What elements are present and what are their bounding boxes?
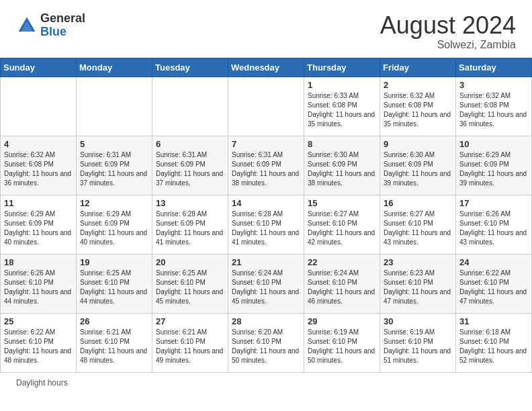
calendar-cell: 14Sunrise: 6:28 AM Sunset: 6:10 PM Dayli…: [228, 195, 304, 254]
day-info: Sunrise: 6:31 AM Sunset: 6:09 PM Dayligh…: [232, 150, 300, 188]
calendar-cell: 15Sunrise: 6:27 AM Sunset: 6:10 PM Dayli…: [304, 195, 380, 254]
day-of-week-header: Wednesday: [228, 58, 304, 77]
calendar-cell: 2Sunrise: 6:32 AM Sunset: 6:08 PM Daylig…: [380, 77, 456, 136]
day-number: 12: [80, 198, 148, 208]
daylight-hours-label: Daylight hours: [16, 378, 68, 387]
day-info: Sunrise: 6:29 AM Sunset: 6:09 PM Dayligh…: [4, 210, 73, 247]
day-number: 3: [459, 80, 528, 90]
calendar-cell: 1Sunrise: 6:33 AM Sunset: 6:08 PM Daylig…: [304, 77, 380, 136]
day-info: Sunrise: 6:21 AM Sunset: 6:10 PM Dayligh…: [80, 328, 148, 365]
day-number: 7: [232, 139, 300, 149]
calendar-header-row: SundayMondayTuesdayWednesdayThursdayFrid…: [1, 58, 532, 77]
logo-blue: Blue: [40, 26, 85, 39]
day-number: 28: [232, 316, 300, 326]
day-info: Sunrise: 6:20 AM Sunset: 6:10 PM Dayligh…: [232, 328, 300, 365]
day-info: Sunrise: 6:24 AM Sunset: 6:10 PM Dayligh…: [232, 269, 300, 306]
calendar-cell: 7Sunrise: 6:31 AM Sunset: 6:09 PM Daylig…: [228, 136, 304, 195]
calendar-cell: 16Sunrise: 6:27 AM Sunset: 6:10 PM Dayli…: [380, 195, 456, 254]
footer: Daylight hours: [0, 373, 532, 392]
calendar-cell: 10Sunrise: 6:29 AM Sunset: 6:09 PM Dayli…: [456, 136, 532, 195]
day-number: 16: [384, 198, 452, 208]
calendar-week-row: 18Sunrise: 6:26 AM Sunset: 6:10 PM Dayli…: [1, 254, 532, 313]
day-of-week-header: Tuesday: [152, 58, 228, 77]
day-info: Sunrise: 6:21 AM Sunset: 6:10 PM Dayligh…: [156, 328, 224, 365]
calendar-cell: 24Sunrise: 6:22 AM Sunset: 6:10 PM Dayli…: [456, 254, 532, 313]
day-info: Sunrise: 6:26 AM Sunset: 6:10 PM Dayligh…: [4, 269, 73, 306]
day-info: Sunrise: 6:33 AM Sunset: 6:08 PM Dayligh…: [308, 91, 376, 129]
day-number: 11: [4, 198, 73, 208]
day-info: Sunrise: 6:19 AM Sunset: 6:10 PM Dayligh…: [384, 328, 452, 365]
day-info: Sunrise: 6:22 AM Sunset: 6:10 PM Dayligh…: [4, 328, 73, 365]
calendar-cell: 17Sunrise: 6:26 AM Sunset: 6:10 PM Dayli…: [456, 195, 532, 254]
day-info: Sunrise: 6:32 AM Sunset: 6:08 PM Dayligh…: [4, 150, 73, 188]
day-number: 6: [156, 139, 224, 149]
day-number: 10: [459, 139, 528, 149]
calendar-cell: 22Sunrise: 6:24 AM Sunset: 6:10 PM Dayli…: [304, 254, 380, 313]
calendar-cell: [228, 77, 304, 136]
calendar-cell: 6Sunrise: 6:31 AM Sunset: 6:09 PM Daylig…: [152, 136, 228, 195]
logo: General Blue: [16, 12, 85, 39]
calendar-cell: 19Sunrise: 6:25 AM Sunset: 6:10 PM Dayli…: [77, 254, 152, 313]
day-of-week-header: Sunday: [1, 58, 77, 77]
day-number: 1: [308, 80, 376, 90]
calendar-cell: 11Sunrise: 6:29 AM Sunset: 6:09 PM Dayli…: [1, 195, 77, 254]
calendar-cell: 8Sunrise: 6:30 AM Sunset: 6:09 PM Daylig…: [304, 136, 380, 195]
day-number: 8: [308, 139, 376, 149]
day-info: Sunrise: 6:32 AM Sunset: 6:08 PM Dayligh…: [384, 91, 452, 129]
day-number: 27: [156, 316, 224, 326]
day-info: Sunrise: 6:24 AM Sunset: 6:10 PM Dayligh…: [308, 269, 376, 306]
day-info: Sunrise: 6:27 AM Sunset: 6:10 PM Dayligh…: [308, 210, 376, 247]
calendar-cell: 18Sunrise: 6:26 AM Sunset: 6:10 PM Dayli…: [1, 254, 77, 313]
calendar-cell: 30Sunrise: 6:19 AM Sunset: 6:10 PM Dayli…: [380, 313, 456, 372]
calendar-cell: [1, 77, 77, 136]
day-info: Sunrise: 6:23 AM Sunset: 6:10 PM Dayligh…: [384, 269, 452, 306]
day-info: Sunrise: 6:28 AM Sunset: 6:09 PM Dayligh…: [156, 210, 224, 247]
calendar-cell: 3Sunrise: 6:32 AM Sunset: 6:08 PM Daylig…: [456, 77, 532, 136]
day-number: 18: [4, 257, 73, 267]
day-info: Sunrise: 6:18 AM Sunset: 6:10 PM Dayligh…: [459, 328, 528, 365]
day-number: 17: [459, 198, 528, 208]
day-number: 26: [80, 316, 148, 326]
calendar-cell: 31Sunrise: 6:18 AM Sunset: 6:10 PM Dayli…: [456, 313, 532, 372]
day-number: 25: [4, 316, 73, 326]
day-info: Sunrise: 6:26 AM Sunset: 6:10 PM Dayligh…: [459, 210, 528, 247]
day-info: Sunrise: 6:30 AM Sunset: 6:09 PM Dayligh…: [308, 150, 376, 188]
logo-text: General Blue: [40, 12, 85, 39]
calendar-cell: 12Sunrise: 6:29 AM Sunset: 6:09 PM Dayli…: [77, 195, 152, 254]
title-block: August 2024 Solwezi, Zambia: [380, 12, 516, 51]
day-number: 29: [308, 316, 376, 326]
day-number: 22: [308, 257, 376, 267]
calendar-cell: 4Sunrise: 6:32 AM Sunset: 6:08 PM Daylig…: [1, 136, 77, 195]
day-number: 30: [384, 316, 452, 326]
day-number: 15: [308, 198, 376, 208]
month-year: August 2024: [380, 12, 516, 39]
day-info: Sunrise: 6:32 AM Sunset: 6:08 PM Dayligh…: [459, 91, 528, 129]
day-number: 9: [384, 139, 452, 149]
day-info: Sunrise: 6:29 AM Sunset: 6:09 PM Dayligh…: [80, 210, 148, 247]
day-of-week-header: Friday: [380, 58, 456, 77]
day-info: Sunrise: 6:27 AM Sunset: 6:10 PM Dayligh…: [384, 210, 452, 247]
day-info: Sunrise: 6:25 AM Sunset: 6:10 PM Dayligh…: [80, 269, 148, 306]
day-number: 13: [156, 198, 224, 208]
calendar-cell: 13Sunrise: 6:28 AM Sunset: 6:09 PM Dayli…: [152, 195, 228, 254]
calendar-cell: 9Sunrise: 6:30 AM Sunset: 6:09 PM Daylig…: [380, 136, 456, 195]
day-info: Sunrise: 6:25 AM Sunset: 6:10 PM Dayligh…: [156, 269, 224, 306]
calendar-week-row: 25Sunrise: 6:22 AM Sunset: 6:10 PM Dayli…: [1, 313, 532, 372]
day-number: 23: [384, 257, 452, 267]
day-info: Sunrise: 6:28 AM Sunset: 6:10 PM Dayligh…: [232, 210, 300, 247]
calendar-cell: 26Sunrise: 6:21 AM Sunset: 6:10 PM Dayli…: [77, 313, 152, 372]
calendar-cell: [152, 77, 228, 136]
day-of-week-header: Thursday: [304, 58, 380, 77]
calendar-cell: 27Sunrise: 6:21 AM Sunset: 6:10 PM Dayli…: [152, 313, 228, 372]
day-info: Sunrise: 6:22 AM Sunset: 6:10 PM Dayligh…: [459, 269, 528, 306]
calendar-table: SundayMondayTuesdayWednesdayThursdayFrid…: [0, 58, 532, 373]
location: Solwezi, Zambia: [380, 39, 516, 51]
day-info: Sunrise: 6:30 AM Sunset: 6:09 PM Dayligh…: [384, 150, 452, 188]
day-of-week-header: Monday: [77, 58, 152, 77]
calendar-cell: 5Sunrise: 6:31 AM Sunset: 6:09 PM Daylig…: [77, 136, 152, 195]
calendar-cell: 28Sunrise: 6:20 AM Sunset: 6:10 PM Dayli…: [228, 313, 304, 372]
day-info: Sunrise: 6:31 AM Sunset: 6:09 PM Dayligh…: [80, 150, 148, 188]
day-number: 24: [459, 257, 528, 267]
calendar-week-row: 11Sunrise: 6:29 AM Sunset: 6:09 PM Dayli…: [1, 195, 532, 254]
day-number: 21: [232, 257, 300, 267]
